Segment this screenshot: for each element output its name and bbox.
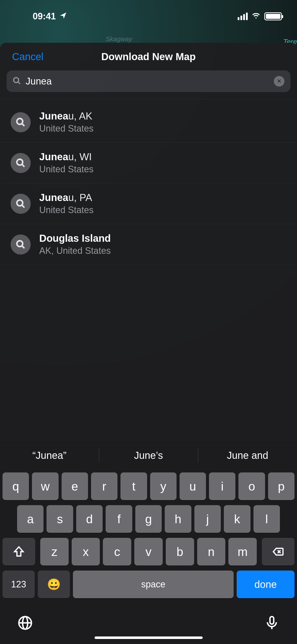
key-m[interactable]: m bbox=[228, 538, 257, 566]
battery-icon bbox=[264, 12, 282, 20]
download-map-sheet: Cancel Download New Map Juneau, AK Unite… bbox=[0, 43, 297, 644]
svg-line-5 bbox=[22, 124, 24, 126]
svg-point-10 bbox=[17, 241, 23, 247]
key-f[interactable]: f bbox=[106, 505, 132, 533]
search-result-row[interactable]: Juneau, PA United States bbox=[0, 183, 297, 224]
space-key[interactable]: space bbox=[73, 571, 234, 598]
sheet-header: Cancel Download New Map bbox=[0, 43, 297, 70]
backspace-key[interactable] bbox=[262, 538, 294, 566]
result-subtitle: United States bbox=[39, 205, 94, 215]
dictation-icon[interactable] bbox=[264, 615, 279, 631]
magnifier-icon bbox=[11, 234, 31, 255]
magnifier-icon bbox=[11, 153, 31, 173]
prediction-bar: “Junea”June’sJune and bbox=[0, 441, 297, 469]
key-y[interactable]: y bbox=[150, 472, 177, 500]
key-l[interactable]: l bbox=[253, 505, 280, 533]
prediction-candidate[interactable]: “Junea” bbox=[0, 450, 99, 461]
key-a[interactable]: a bbox=[17, 505, 44, 533]
numbers-key[interactable]: 123 bbox=[3, 571, 35, 598]
search-field[interactable] bbox=[7, 70, 290, 92]
prediction-candidate[interactable]: June’s bbox=[99, 450, 198, 461]
result-subtitle: United States bbox=[39, 164, 94, 175]
key-w[interactable]: w bbox=[32, 472, 58, 500]
result-title: Juneau, AK bbox=[39, 110, 94, 122]
key-b[interactable]: b bbox=[166, 538, 194, 566]
status-bar: 09:41 bbox=[0, 0, 297, 33]
sheet-title: Download New Map bbox=[101, 51, 196, 62]
key-p[interactable]: p bbox=[268, 472, 294, 500]
key-k[interactable]: k bbox=[224, 505, 250, 533]
key-r[interactable]: r bbox=[91, 472, 117, 500]
key-v[interactable]: v bbox=[134, 538, 163, 566]
emoji-key[interactable]: 😀 bbox=[38, 571, 70, 598]
key-z[interactable]: z bbox=[40, 538, 69, 566]
svg-line-11 bbox=[22, 246, 24, 248]
key-q[interactable]: q bbox=[3, 472, 29, 500]
cancel-button[interactable]: Cancel bbox=[12, 51, 44, 62]
key-g[interactable]: g bbox=[135, 505, 162, 533]
result-subtitle: AK, United States bbox=[39, 246, 111, 256]
key-d[interactable]: d bbox=[76, 505, 103, 533]
search-input[interactable] bbox=[26, 76, 269, 87]
shift-key[interactable] bbox=[3, 538, 35, 566]
key-i[interactable]: i bbox=[209, 472, 235, 500]
result-title: Juneau, WI bbox=[39, 151, 94, 163]
status-right bbox=[238, 11, 282, 22]
search-result-row[interactable]: Juneau, WI United States bbox=[0, 143, 297, 183]
svg-line-1 bbox=[18, 82, 20, 84]
home-indicator[interactable] bbox=[95, 636, 203, 639]
result-subtitle: United States bbox=[39, 123, 94, 134]
globe-icon[interactable] bbox=[18, 615, 33, 631]
search-icon bbox=[13, 76, 21, 86]
clear-search-button[interactable] bbox=[274, 76, 284, 87]
result-title: Douglas Island bbox=[39, 233, 111, 244]
status-time: 09:41 bbox=[33, 11, 56, 22]
svg-line-7 bbox=[22, 164, 24, 167]
key-j[interactable]: j bbox=[194, 505, 221, 533]
magnifier-icon bbox=[11, 194, 31, 214]
svg-rect-17 bbox=[270, 617, 274, 624]
svg-point-0 bbox=[14, 77, 19, 83]
key-s[interactable]: s bbox=[47, 505, 73, 533]
svg-line-9 bbox=[22, 205, 24, 208]
key-e[interactable]: e bbox=[62, 472, 88, 500]
keyboard: “Junea”June’sJune and qwertyuiop asdfghj… bbox=[0, 441, 297, 644]
wifi-icon bbox=[251, 11, 261, 22]
key-u[interactable]: u bbox=[180, 472, 206, 500]
status-left: 09:41 bbox=[33, 11, 67, 22]
location-arrow-icon bbox=[59, 11, 67, 22]
result-title: Juneau, PA bbox=[39, 192, 94, 203]
key-o[interactable]: o bbox=[238, 472, 265, 500]
done-key[interactable]: done bbox=[237, 571, 294, 598]
cellular-signal-icon bbox=[238, 13, 248, 20]
close-icon bbox=[277, 78, 282, 84]
search-result-row[interactable]: Douglas Island AK, United States bbox=[0, 224, 297, 265]
svg-point-4 bbox=[17, 118, 23, 124]
map-bg-label: Skagway bbox=[106, 35, 132, 43]
key-h[interactable]: h bbox=[165, 505, 191, 533]
svg-point-8 bbox=[17, 200, 23, 206]
prediction-candidate[interactable]: June and bbox=[198, 450, 297, 461]
magnifier-icon bbox=[11, 112, 31, 132]
search-result-row[interactable]: Juneau, AK United States bbox=[0, 102, 297, 143]
svg-point-6 bbox=[17, 159, 23, 165]
key-c[interactable]: c bbox=[103, 538, 131, 566]
key-x[interactable]: x bbox=[72, 538, 100, 566]
key-n[interactable]: n bbox=[197, 538, 226, 566]
key-t[interactable]: t bbox=[120, 472, 147, 500]
